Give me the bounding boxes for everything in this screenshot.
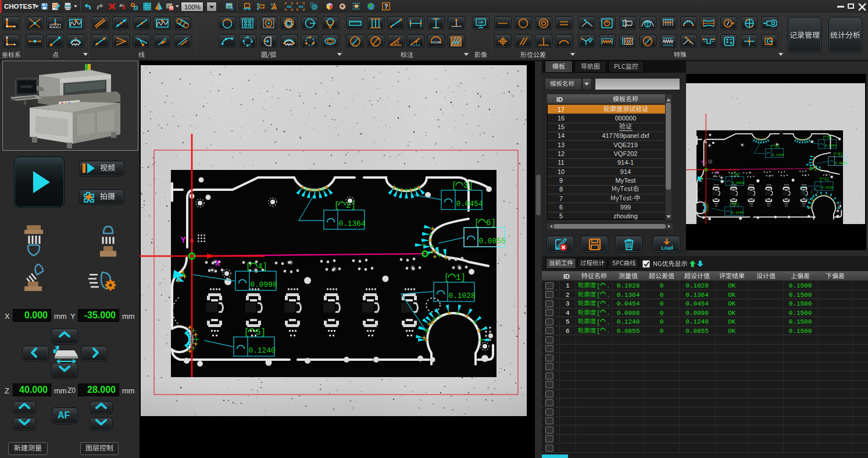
svg-text:[: [ bbox=[596, 310, 601, 317]
svg-text:0.1364: 0.1364 bbox=[339, 219, 366, 228]
svg-text:5]: 5] bbox=[256, 328, 266, 337]
svg-text:?: ? bbox=[384, 3, 388, 10]
svg-text:...: ... bbox=[606, 310, 612, 317]
svg-text:0.0855: 0.0855 bbox=[479, 237, 506, 246]
svg-text:[: [ bbox=[596, 301, 601, 308]
svg-text:...: ... bbox=[606, 283, 612, 290]
svg-text:...: ... bbox=[606, 319, 612, 326]
svg-text:mm: mm bbox=[433, 39, 441, 44]
svg-text:[: [ bbox=[596, 328, 601, 335]
svg-text:OM: OM bbox=[478, 20, 484, 25]
svg-text:1]: 1] bbox=[456, 273, 466, 282]
svg-text:...: ... bbox=[606, 301, 612, 308]
svg-text:...: ... bbox=[606, 292, 612, 299]
svg-text:θ: θ bbox=[397, 40, 399, 45]
svg-text:0.1028: 0.1028 bbox=[449, 292, 476, 300]
svg-text:0.1240: 0.1240 bbox=[249, 346, 276, 355]
svg-text:Y: Y bbox=[181, 236, 186, 245]
svg-text:A: A bbox=[170, 6, 173, 10]
svg-text:[: [ bbox=[596, 283, 601, 290]
svg-text:6]: 6] bbox=[486, 218, 496, 228]
svg-text:mm: mm bbox=[453, 40, 459, 44]
svg-text:...: ... bbox=[606, 328, 612, 335]
svg-text:2]: 2] bbox=[346, 201, 356, 210]
svg-text:4]: 4] bbox=[258, 262, 267, 271]
svg-text:0.0454: 0.0454 bbox=[456, 200, 483, 208]
svg-text:Load: Load bbox=[662, 245, 673, 251]
svg-text:[: [ bbox=[596, 292, 601, 299]
svg-text:0.0998: 0.0998 bbox=[251, 281, 277, 289]
svg-text:CHOTEST: CHOTEST bbox=[20, 86, 33, 88]
svg-text:X: X bbox=[215, 259, 220, 268]
svg-text:[: [ bbox=[596, 319, 601, 326]
svg-text:3]: 3] bbox=[463, 181, 473, 190]
